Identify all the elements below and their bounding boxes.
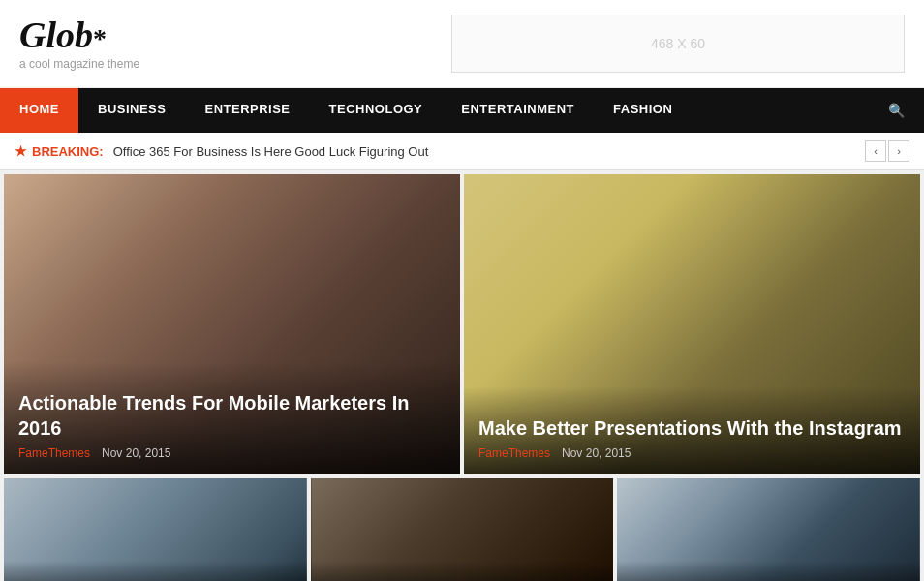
nav-item-entertainment[interactable]: ENTERTAINMENT [442,88,594,133]
small-item-0[interactable]: How Syfy Turns TV Shows Into Social [4,478,307,581]
small-overlay-1: McDonell Kanye highlights difficulties [311,561,614,581]
ad-banner: 468 X 60 [451,15,905,73]
logo-subtitle: a cool magazine theme [19,57,139,71]
featured-overlay-1: Make Better Presentations With the Insta… [464,386,920,474]
featured-author-1: FameThemes [478,446,550,460]
featured-item-1[interactable]: Make Better Presentations With the Insta… [464,174,920,474]
breaking-label: ★ BREAKING: [15,143,104,159]
nav-item-home[interactable]: HOME [0,88,78,133]
featured-overlay-0: Actionable Trends For Mobile Marketers I… [4,361,460,474]
featured-title-0: Actionable Trends For Mobile Marketers I… [18,390,446,441]
breaking-next-button[interactable]: › [888,140,909,162]
main-grid: Actionable Trends For Mobile Marketers I… [0,170,924,581]
small-overlay-0: How Syfy Turns TV Shows Into Social [4,561,307,581]
featured-author-0: FameThemes [18,446,90,460]
breaking-news-bar: ★ BREAKING: Office 365 For Business Is H… [0,133,924,170]
featured-title-1: Make Better Presentations With the Insta… [478,415,906,441]
breaking-prev-button[interactable]: ‹ [865,140,886,162]
small-item-1[interactable]: McDonell Kanye highlights difficulties [311,478,614,581]
logo: Glob* a cool magazine theme [19,16,139,71]
nav-item-business[interactable]: BUSINESS [78,88,185,133]
small-overlay-2: BMW pushes for global emissions [617,561,920,581]
small-item-2[interactable]: BMW pushes for global emissions [617,478,920,581]
featured-date-1: Nov 20, 2015 [562,446,631,460]
featured-date-0: Nov 20, 2015 [102,446,170,460]
breaking-star-icon: ★ [15,143,27,159]
nav-item-technology[interactable]: TECHNOLOGY [310,88,443,133]
featured-meta-1: FameThemes Nov 20, 2015 [478,446,906,460]
main-nav: HOME BUSINESS ENTERPRISE TECHNOLOGY ENTE… [0,88,924,133]
featured-item-0[interactable]: Actionable Trends For Mobile Marketers I… [4,174,460,474]
search-button[interactable] [869,88,924,133]
featured-meta-0: FameThemes Nov 20, 2015 [18,446,446,460]
featured-row: Actionable Trends For Mobile Marketers I… [4,174,920,474]
breaking-arrows: ‹ › [865,140,909,162]
small-row: How Syfy Turns TV Shows Into Social McDo… [4,478,920,581]
breaking-text: Office 365 For Business Is Here Good Luc… [113,144,855,159]
nav-item-fashion[interactable]: FASHION [594,88,692,133]
search-icon [888,102,905,119]
nav-item-enterprise[interactable]: ENTERPRISE [185,88,309,133]
header: Glob* a cool magazine theme 468 X 60 [0,0,924,88]
logo-title: Glob* [19,16,139,53]
